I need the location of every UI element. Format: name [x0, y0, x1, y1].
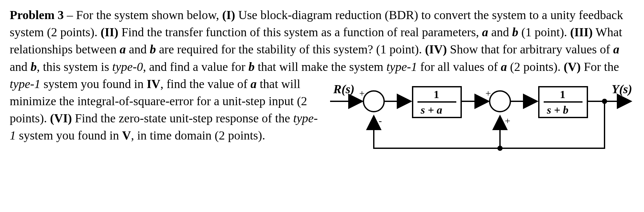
var-a: a [501, 60, 507, 73]
var-b: b [150, 42, 156, 56]
var-b: b [30, 60, 37, 73]
text: (2 points). [507, 60, 564, 73]
type-0: type-0 [112, 60, 143, 73]
part-label-3: (III) [570, 25, 593, 39]
sum2-top-sign: + [485, 88, 491, 98]
var-a: a [482, 25, 488, 39]
text: that will make the system [255, 60, 386, 73]
block1-den: s + a [420, 104, 442, 116]
part-label-6: (VI) [50, 111, 72, 125]
page: Problem 3 – For the system shown below, … [0, 0, 644, 212]
part-label-2: (II) [101, 25, 118, 39]
problem-text: Problem 3 – For the system shown below, … [10, 6, 634, 144]
var-a: a [250, 77, 257, 91]
text: For the system shown below, [76, 8, 222, 22]
part-label-4: (IV) [425, 42, 447, 56]
type-1: type-1 [386, 60, 417, 73]
text: are required for the stability of this s… [156, 42, 425, 56]
text: system you found in [40, 77, 147, 91]
part-label-5: (V) [564, 60, 581, 73]
block2-num: 1 [560, 88, 565, 100]
label-input: R(s) [333, 82, 354, 96]
type-1: type-1 [10, 77, 40, 91]
text: system you found in [16, 128, 122, 142]
text: , in time domain (2 points). [131, 128, 265, 142]
text: for all values of [417, 60, 501, 73]
svg-point-1 [363, 91, 384, 112]
text: and [488, 25, 512, 39]
var-a: a [120, 42, 126, 56]
sum2-bottom-sign: + [505, 115, 510, 126]
separator: – [64, 8, 76, 22]
label-output: Y(s) [612, 82, 632, 96]
sum1-top-sign: + [359, 88, 365, 98]
ref-v: V [122, 128, 131, 142]
text: and [10, 60, 30, 73]
text: Find the zero-state unit-step response o… [72, 111, 293, 125]
block1-num: 1 [434, 88, 439, 100]
block-diagram-svg: R(s) Y(s) 1 s + a 1 s + b + - + + [330, 79, 634, 160]
svg-point-13 [498, 146, 502, 150]
block-diagram: R(s) Y(s) 1 s + a 1 s + b + - + + [330, 79, 634, 160]
svg-point-6 [490, 91, 510, 112]
sum1-bottom-sign: - [379, 115, 382, 126]
var-b: b [249, 60, 255, 73]
block2-den: s + b [547, 104, 569, 116]
var-b: b [512, 25, 518, 39]
text: and [126, 42, 150, 56]
text: , this system is [37, 60, 112, 73]
text: Show that for arbitrary values of [447, 42, 613, 56]
ref-iv: IV [147, 77, 160, 91]
part-label-1: (I) [222, 8, 235, 22]
text: (1 point). [518, 25, 570, 39]
text: For the [581, 60, 619, 73]
text: , find the value of [160, 77, 250, 91]
problem-label: Problem 3 [10, 8, 64, 22]
var-a: a [613, 42, 619, 56]
text: , and find a value for [143, 60, 249, 73]
text: Find the transfer function of this syste… [118, 25, 482, 39]
